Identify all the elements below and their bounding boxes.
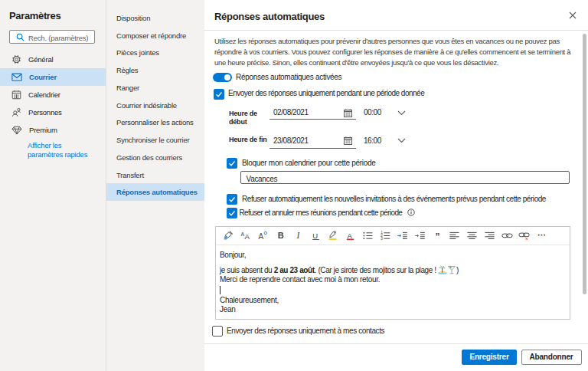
svg-text:A: A <box>244 232 250 241</box>
svg-text:A: A <box>347 231 352 240</box>
svg-text:3: 3 <box>381 237 383 241</box>
svg-text:A: A <box>259 232 264 241</box>
svg-text:U: U <box>312 231 318 240</box>
